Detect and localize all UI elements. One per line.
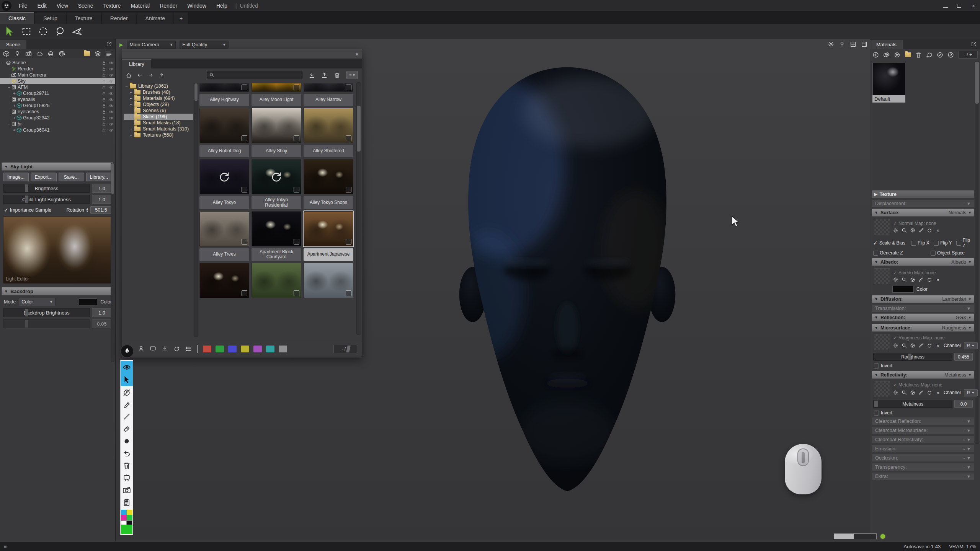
menu-view[interactable]: View — [52, 0, 73, 11]
microsurface-mode-value[interactable]: Roughness — [942, 325, 966, 331]
swatch-2[interactable] — [121, 515, 127, 520]
scene-tree-item-group15825[interactable]: +Group15825 — [0, 103, 115, 109]
color-tag-2[interactable] — [228, 346, 237, 352]
scale-bias-checkbox[interactable]: ✓Scale & Bias — [873, 240, 911, 246]
dock-framepanel-icon[interactable] — [861, 41, 867, 47]
map-xmark-icon[interactable]: × — [935, 228, 941, 233]
tool-marker-icon[interactable] — [121, 399, 132, 410]
color-tag-5[interactable] — [266, 346, 274, 352]
transmission-section-header[interactable]: Transmission: -▼ — [872, 304, 974, 312]
footer-download-icon[interactable] — [162, 346, 168, 352]
map-refresh-icon[interactable] — [927, 390, 932, 395]
thumbnail-checkbox[interactable] — [346, 135, 351, 141]
surface-mode-value[interactable]: Normals — [949, 210, 967, 215]
section-transparency-[interactable]: Transparency:-▼ — [872, 463, 974, 471]
tool-eraser-icon[interactable] — [121, 424, 132, 434]
albedo-color-swatch[interactable] — [892, 286, 914, 293]
section-clearcoat-reflectivity-[interactable]: Clearcoat Reflectivity:-▼ — [872, 435, 974, 443]
sky-item-label[interactable]: Alley Highway — [199, 94, 249, 106]
sky-item-label[interactable]: Apartment Block Courtyard — [252, 248, 301, 261]
thumbnail-zoom-control[interactable]: - / + — [333, 345, 358, 353]
map-gear-icon[interactable] — [893, 343, 898, 348]
sky-light-header[interactable]: ▼Sky Light — [2, 162, 113, 171]
color-tag-6[interactable] — [279, 346, 287, 352]
workspace-tab-add[interactable]: + — [174, 13, 188, 24]
map-spheredots-icon[interactable] — [910, 390, 915, 395]
sky-item-label[interactable]: Alley Shoji — [252, 145, 301, 157]
search-input[interactable] — [216, 72, 301, 78]
map-magnifier-icon[interactable] — [902, 390, 907, 395]
thumbnail-checkbox[interactable] — [242, 290, 247, 296]
dock-pin-icon[interactable] — [839, 41, 845, 47]
folder-expander[interactable]: + — [129, 102, 133, 107]
map-magnifier-icon[interactable] — [902, 277, 907, 282]
library-folder-skies-199-[interactable]: + Skies (199) — [124, 114, 193, 120]
surface-section-header[interactable]: ▼Surface: Normals▼ — [872, 209, 974, 217]
sky-item-label[interactable]: Apartment Japanese — [304, 248, 353, 261]
sky-item-label[interactable]: Alley Moon Light — [252, 94, 301, 106]
tool-camera-icon[interactable] — [121, 485, 132, 496]
folder-expander[interactable]: + — [129, 96, 133, 101]
section-emission-[interactable]: Emission:-▼ — [872, 445, 974, 453]
lock-icon[interactable] — [101, 73, 106, 78]
scene-bulb-icon[interactable] — [14, 51, 21, 57]
scene-panel-scroll-thumb[interactable] — [111, 163, 114, 194]
thumbnail-checkbox[interactable] — [242, 135, 247, 141]
visibility-icon[interactable] — [109, 73, 114, 78]
library-titlebar[interactable]: × — [122, 49, 362, 59]
albedo-section-header[interactable]: ▼Albedo: Albedo▼ — [872, 258, 974, 266]
sky-thumbnail[interactable] — [252, 263, 301, 298]
swatch-3[interactable] — [127, 515, 132, 520]
scene-folder-icon[interactable] — [83, 51, 90, 57]
lock-icon[interactable] — [101, 128, 106, 133]
lock-icon[interactable] — [101, 109, 106, 114]
view-options-button[interactable]: ≡▼ — [346, 71, 358, 79]
lock-icon[interactable] — [101, 60, 106, 65]
menu-edit[interactable]: Edit — [33, 0, 52, 11]
thumbnail-checkbox[interactable] — [294, 290, 299, 296]
sky-thumbnail[interactable] — [199, 83, 249, 92]
backdrop-mode-select[interactable]: Color▼ — [19, 298, 56, 306]
backdrop-header[interactable]: ▼Backdrop — [2, 287, 113, 295]
roughness-slider[interactable]: Roughness — [873, 353, 952, 361]
panel-external-icon[interactable] — [970, 41, 977, 47]
workspace-tab-texture[interactable]: Texture — [67, 13, 101, 24]
scene-tree-item-eyeballs[interactable]: eyeballs — [0, 96, 115, 103]
trash-icon[interactable] — [334, 72, 340, 78]
diffusion-mode-value[interactable]: Lambertian — [942, 297, 967, 302]
scene-tree-item-main-camera[interactable]: Main Camera — [0, 72, 115, 78]
bw-swatch-0[interactable] — [121, 520, 127, 525]
map-xmark-icon[interactable]: × — [935, 277, 941, 282]
tree-expander[interactable]: + — [12, 91, 16, 96]
scene-camera-icon[interactable] — [25, 51, 32, 57]
albedo-map-thumbnail[interactable] — [874, 268, 890, 284]
viewport-play-icon[interactable]: ▶ — [119, 42, 123, 47]
roughness-value[interactable]: 0.455 — [954, 353, 973, 361]
lock-icon[interactable] — [101, 85, 106, 90]
tool-trash-icon[interactable] — [121, 460, 132, 471]
library-folder-smart-masks-18-[interactable]: Smart Masks (18) — [124, 120, 193, 126]
library-folder-textures-558-[interactable]: + Textures (558) — [124, 132, 193, 138]
thumbnail-checkbox[interactable] — [242, 239, 247, 245]
tool-eye-icon[interactable] — [121, 362, 132, 373]
scene-cube-icon[interactable] — [3, 51, 10, 57]
rotation-value[interactable]: 501.5 — [90, 206, 112, 214]
sky-thumbnail[interactable] — [304, 263, 353, 298]
library-folder-smart-materials-310-[interactable]: + Smart Materials (310) — [124, 126, 193, 132]
map-pencil-icon[interactable] — [918, 228, 924, 233]
footer-person-icon[interactable] — [138, 346, 144, 352]
map-pencil-icon[interactable] — [918, 343, 924, 348]
map-gear-icon[interactable] — [893, 277, 898, 282]
folder-tree-scroll-thumb[interactable] — [194, 83, 198, 101]
tree-expander[interactable]: − — [2, 60, 6, 65]
reflectivity-mode-value[interactable]: Metalness — [944, 372, 966, 378]
sky-thumbnail[interactable] — [304, 108, 353, 143]
scene-panel-scrollbar[interactable] — [111, 163, 114, 362]
visibility-icon[interactable] — [109, 60, 114, 65]
flip-z-checkbox[interactable]: Flip Z — [956, 238, 973, 248]
sky-item-label[interactable]: Alley Tokyo — [199, 196, 249, 209]
back-icon[interactable] — [137, 72, 143, 78]
multi-color-swatch[interactable] — [121, 510, 132, 520]
map-pencil-icon[interactable] — [918, 390, 924, 395]
map-refresh-icon[interactable] — [927, 277, 932, 282]
